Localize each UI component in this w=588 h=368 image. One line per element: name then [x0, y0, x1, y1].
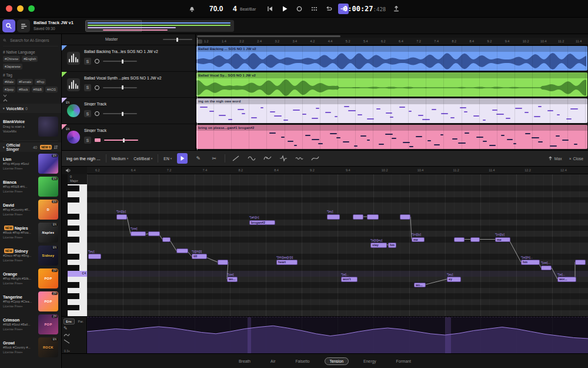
piano-key-black[interactable] — [68, 214, 79, 220]
tag-filter-chip[interactable]: #Rock — [17, 87, 30, 92]
midi-note[interactable] — [148, 231, 160, 237]
midi-note[interactable]: hm — [388, 243, 396, 248]
track-header-row[interactable]: Ballad Backing Tra...les SOS NO 1 JW v2S — [62, 45, 195, 72]
language-filter-chip[interactable]: #Chinese — [3, 56, 20, 62]
volume-slider[interactable] — [103, 61, 137, 62]
bar-ruler[interactable]: 1.21.42.22.43.23.44.24.45.25.46.26.47.27… — [196, 38, 588, 45]
preview-audio-icon[interactable] — [62, 167, 87, 174]
slider-thumb[interactable] — [123, 138, 125, 142]
piano-key-black[interactable] — [68, 293, 79, 299]
maximize-editor-button[interactable]: Max — [548, 156, 562, 161]
piano-key-black[interactable] — [68, 282, 79, 288]
piano-key-black[interactable] — [68, 254, 79, 260]
tag-filter-chip[interactable]: #ACG — [45, 87, 58, 92]
piano-key-black[interactable] — [68, 305, 79, 311]
close-editor-button[interactable]: × Close — [569, 157, 583, 161]
solo-button[interactable]: S — [84, 137, 91, 144]
tension-envelope-lane[interactable] — [87, 317, 588, 354]
midi-note[interactable] — [575, 260, 586, 265]
midi-note[interactable] — [454, 237, 465, 243]
midi-note[interactable] — [131, 231, 146, 237]
search-input[interactable] — [9, 38, 58, 43]
voicemix-section-header[interactable]: ▾ VoiceMix 0 — [0, 104, 61, 113]
singer-card[interactable]: Crimson#R&B #Soul #Ball...License Free+P… — [3, 313, 58, 336]
midi-note[interactable]: wo... — [227, 277, 238, 282]
singer-card[interactable]: Lien#Pop #Kpop #SoulLicense Free+EN — [3, 152, 58, 175]
param-tab-air[interactable]: Air — [265, 357, 280, 365]
zoom-window-button[interactable] — [28, 5, 35, 12]
midi-note[interactable]: wor... — [557, 277, 576, 282]
volume-slider[interactable] — [103, 113, 137, 114]
editor-bar-ruler[interactable]: 6.26.47.27.48.28.49.29.410.210.411.211.4… — [87, 167, 588, 174]
pulse-curve-tool-button[interactable] — [278, 153, 289, 164]
piano-key-black[interactable] — [68, 197, 79, 203]
midi-note[interactable] — [470, 237, 480, 243]
language-filter-chip[interactable]: #Japanese — [3, 64, 22, 69]
singer-clip[interactable]: ing on the nigh owe word — [196, 98, 587, 123]
piano-key-c4[interactable]: C4 — [68, 271, 87, 277]
tag-filter-chip[interactable]: #R&B — [32, 87, 44, 92]
master-volume-slider[interactable] — [163, 39, 192, 40]
midi-note[interactable] — [367, 214, 379, 220]
curve-envelope-icon[interactable] — [64, 333, 85, 337]
midi-note[interactable]: brogan#2 — [249, 220, 275, 226]
singer-search-field[interactable] — [3, 34, 58, 47]
notifications-bell-icon[interactable] — [188, 5, 196, 13]
solo-button[interactable]: S — [84, 110, 91, 117]
anchor-curve-tool-button[interactable] — [262, 153, 273, 164]
skip-back-button[interactable] — [265, 4, 275, 14]
param-tab-energy[interactable]: Energy — [358, 357, 382, 365]
playhead[interactable] — [197, 38, 198, 150]
language-filter-chip[interactable]: #English — [22, 56, 38, 62]
param-tab-formant[interactable]: Formant — [391, 357, 416, 365]
midi-note[interactable] — [88, 254, 101, 259]
singer-card[interactable]: NEWSidney#Disco #Pop #Brig...License Fre… — [3, 244, 58, 267]
record-arm-button[interactable] — [95, 85, 99, 90]
midi-note[interactable] — [218, 260, 228, 265]
midi-note[interactable]: me — [412, 237, 425, 243]
param-tab-tension[interactable]: Tension — [325, 357, 349, 365]
blankvoice-card[interactable]: BlankVoice Drag to start a VoiceMix — [3, 113, 58, 141]
piano-key-black[interactable] — [68, 185, 79, 191]
export-upload-icon[interactable] — [393, 5, 400, 12]
pencil-tool-button[interactable]: ✎ — [193, 153, 203, 164]
tempo-value[interactable]: 70.0 — [209, 5, 223, 13]
select-play-tool-button[interactable] — [177, 153, 188, 164]
midi-note[interactable] — [400, 214, 410, 220]
metronome-grid-icon[interactable] — [309, 4, 319, 14]
sine-curve-tool-button[interactable] — [246, 153, 257, 164]
slider-thumb[interactable] — [176, 38, 178, 42]
quantize-dropdown[interactable]: Medium — [112, 157, 129, 161]
audio-clip[interactable]: Ballad Vocal Sy... SOS NO 1 JW v2 — [196, 72, 587, 97]
collapse-filters-icon[interactable] — [3, 99, 58, 102]
solo-button[interactable]: S — [84, 58, 91, 65]
singer-card[interactable]: David#Pop #Country #F...License Free+DEN — [3, 198, 58, 221]
vibrato-tool-button[interactable] — [294, 153, 305, 164]
tag-filter-chip[interactable]: #Male — [3, 79, 15, 85]
envelope-mode-tab[interactable]: Env. — [64, 319, 75, 324]
loop-marker[interactable] — [197, 39, 202, 44]
volume-slider[interactable] — [104, 140, 138, 141]
editing-clip-name[interactable]: ing on the nigh ... — [66, 156, 101, 161]
smooth-curve-tool-button[interactable] — [310, 153, 320, 164]
arrangement-minimap[interactable] — [85, 20, 234, 32]
midi-note[interactable]: me — [495, 237, 510, 243]
singer-card[interactable]: Tangerine#Pop #Cpop #Clea...License Free… — [3, 290, 58, 313]
record-button[interactable] — [294, 4, 305, 14]
line-curve-tool-button[interactable] — [230, 153, 241, 164]
track-header-row[interactable]: ENSinger TrackS — [62, 98, 195, 124]
track-header-row[interactable]: ENSinger TrackS — [62, 124, 195, 151]
key-signature-selector[interactable]: 0 Major — [68, 174, 87, 184]
minimize-window-button[interactable] — [17, 5, 24, 12]
param-tab-falsetto[interactable]: Falsetto — [290, 357, 315, 365]
draw-envelope-pencil-icon[interactable]: ✎ — [64, 326, 85, 331]
midi-note[interactable]: heart — [276, 260, 298, 265]
note-grid[interactable]: *[ey]*[m][iy]*[ow]till*[t][ih][l]wo...*[… — [87, 174, 588, 316]
parameter-mode-tab[interactable]: Par. — [76, 319, 86, 324]
project-info[interactable]: Ballad Track JW v1 Saved 09:30 — [34, 20, 74, 31]
volume-slider[interactable] — [103, 87, 137, 88]
tag-filter-chip[interactable]: #Pop — [35, 79, 46, 85]
official-singer-section-header[interactable]: ▾ Official Singer 40 NEW 8 — [0, 142, 61, 152]
track-header-row[interactable]: Ballad Vocal Synth ...ples SOS NO 1 JW v… — [62, 72, 195, 98]
slider-thumb[interactable] — [122, 85, 123, 89]
